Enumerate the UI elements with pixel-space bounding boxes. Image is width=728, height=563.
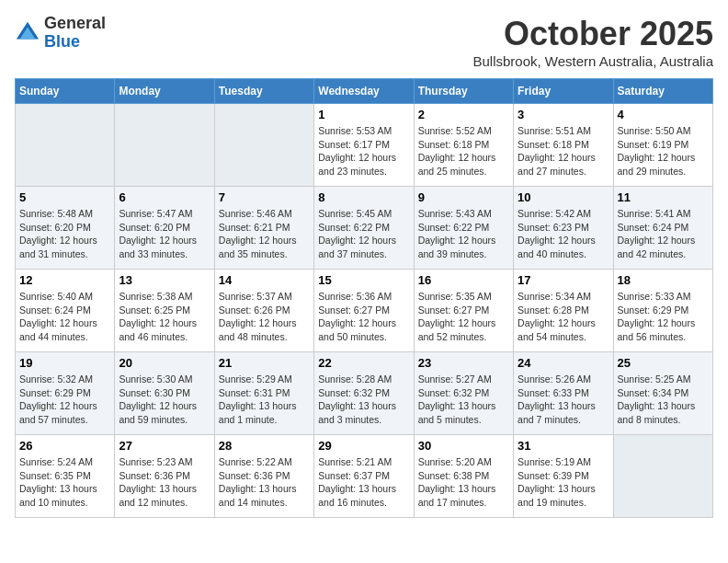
cell-0-0 (16, 104, 115, 187)
day-info: Sunrise: 5:38 AMSunset: 6:25 PMDaylight:… (119, 290, 210, 344)
cell-4-4: 30Sunrise: 5:20 AMSunset: 6:38 PMDayligh… (414, 435, 513, 518)
day-number: 13 (119, 273, 210, 287)
header-wednesday: Wednesday (314, 79, 414, 104)
logo-icon (15, 20, 40, 46)
cell-4-2: 28Sunrise: 5:22 AMSunset: 6:36 PMDayligh… (214, 435, 313, 518)
day-number: 4 (618, 108, 709, 121)
day-info: Sunrise: 5:30 AMSunset: 6:30 PMDaylight:… (119, 373, 210, 427)
cell-1-5: 10Sunrise: 5:42 AMSunset: 6:23 PMDayligh… (514, 187, 613, 270)
cell-0-6: 4Sunrise: 5:50 AMSunset: 6:19 PMDaylight… (613, 104, 712, 187)
cell-2-2: 14Sunrise: 5:37 AMSunset: 6:26 PMDayligh… (214, 270, 313, 352)
cell-3-2: 21Sunrise: 5:29 AMSunset: 6:31 PMDayligh… (214, 352, 313, 435)
header-row: Sunday Monday Tuesday Wednesday Thursday… (16, 79, 713, 104)
cell-2-1: 13Sunrise: 5:38 AMSunset: 6:25 PMDayligh… (115, 270, 214, 352)
header-thursday: Thursday (414, 79, 513, 104)
day-info: Sunrise: 5:26 AMSunset: 6:33 PMDaylight:… (518, 373, 609, 427)
day-number: 5 (19, 190, 110, 204)
day-number: 8 (318, 190, 409, 204)
week-row-2: 12Sunrise: 5:40 AMSunset: 6:24 PMDayligh… (16, 270, 713, 352)
week-row-4: 26Sunrise: 5:24 AMSunset: 6:35 PMDayligh… (16, 435, 713, 518)
day-info: Sunrise: 5:41 AMSunset: 6:24 PMDaylight:… (618, 207, 709, 261)
cell-3-5: 24Sunrise: 5:26 AMSunset: 6:33 PMDayligh… (514, 352, 613, 435)
subtitle: Bullsbrook, Western Australia, Australia (472, 53, 713, 69)
day-number: 9 (418, 190, 509, 204)
day-info: Sunrise: 5:46 AMSunset: 6:21 PMDaylight:… (219, 207, 310, 261)
cell-3-4: 23Sunrise: 5:27 AMSunset: 6:32 PMDayligh… (414, 352, 513, 435)
cell-4-1: 27Sunrise: 5:23 AMSunset: 6:36 PMDayligh… (115, 435, 214, 518)
day-info: Sunrise: 5:20 AMSunset: 6:38 PMDaylight:… (418, 455, 509, 510)
day-info: Sunrise: 5:23 AMSunset: 6:36 PMDaylight:… (119, 455, 210, 510)
day-info: Sunrise: 5:35 AMSunset: 6:27 PMDaylight:… (418, 290, 509, 344)
day-info: Sunrise: 5:29 AMSunset: 6:31 PMDaylight:… (219, 373, 310, 427)
day-number: 21 (219, 356, 310, 370)
day-info: Sunrise: 5:22 AMSunset: 6:36 PMDaylight:… (219, 455, 310, 510)
day-number: 16 (418, 273, 509, 287)
day-info: Sunrise: 5:47 AMSunset: 6:20 PMDaylight:… (119, 207, 210, 261)
day-number: 14 (219, 273, 310, 287)
day-info: Sunrise: 5:33 AMSunset: 6:29 PMDaylight:… (618, 290, 709, 344)
day-number: 24 (518, 356, 609, 370)
day-info: Sunrise: 5:27 AMSunset: 6:32 PMDaylight:… (418, 373, 509, 427)
cell-3-0: 19Sunrise: 5:32 AMSunset: 6:29 PMDayligh… (16, 352, 115, 435)
page-header: General Blue October 2025 Bullsbrook, We… (15, 15, 713, 69)
cell-2-3: 15Sunrise: 5:36 AMSunset: 6:27 PMDayligh… (314, 270, 414, 352)
day-info: Sunrise: 5:48 AMSunset: 6:20 PMDaylight:… (19, 207, 110, 261)
cell-1-4: 9Sunrise: 5:43 AMSunset: 6:22 PMDaylight… (414, 187, 513, 270)
day-number: 23 (418, 356, 509, 370)
cell-3-1: 20Sunrise: 5:30 AMSunset: 6:30 PMDayligh… (115, 352, 214, 435)
cell-0-2 (214, 104, 313, 187)
calendar-body: 1Sunrise: 5:53 AMSunset: 6:17 PMDaylight… (16, 104, 713, 518)
cell-4-6 (613, 435, 712, 518)
day-number: 28 (219, 439, 310, 453)
day-info: Sunrise: 5:40 AMSunset: 6:24 PMDaylight:… (19, 290, 110, 344)
cell-2-0: 12Sunrise: 5:40 AMSunset: 6:24 PMDayligh… (16, 270, 115, 352)
day-number: 22 (318, 356, 409, 370)
day-info: Sunrise: 5:53 AMSunset: 6:17 PMDaylight:… (318, 124, 409, 178)
day-info: Sunrise: 5:50 AMSunset: 6:19 PMDaylight:… (618, 124, 709, 178)
day-number: 19 (19, 356, 110, 370)
cell-4-0: 26Sunrise: 5:24 AMSunset: 6:35 PMDayligh… (16, 435, 115, 518)
cell-4-5: 31Sunrise: 5:19 AMSunset: 6:39 PMDayligh… (514, 435, 613, 518)
day-number: 2 (418, 108, 509, 121)
day-number: 3 (518, 108, 609, 121)
day-info: Sunrise: 5:51 AMSunset: 6:18 PMDaylight:… (518, 124, 609, 178)
calendar-table: Sunday Monday Tuesday Wednesday Thursday… (15, 78, 713, 518)
day-info: Sunrise: 5:36 AMSunset: 6:27 PMDaylight:… (318, 290, 409, 344)
cell-3-6: 25Sunrise: 5:25 AMSunset: 6:34 PMDayligh… (613, 352, 712, 435)
cell-3-3: 22Sunrise: 5:28 AMSunset: 6:32 PMDayligh… (314, 352, 414, 435)
week-row-0: 1Sunrise: 5:53 AMSunset: 6:17 PMDaylight… (16, 104, 713, 187)
header-tuesday: Tuesday (214, 79, 313, 104)
cell-1-0: 5Sunrise: 5:48 AMSunset: 6:20 PMDaylight… (16, 187, 115, 270)
title-block: October 2025 Bullsbrook, Western Austral… (472, 15, 713, 69)
day-number: 29 (318, 439, 409, 453)
day-info: Sunrise: 5:37 AMSunset: 6:26 PMDaylight:… (219, 290, 310, 344)
day-info: Sunrise: 5:25 AMSunset: 6:34 PMDaylight:… (618, 373, 709, 427)
week-row-3: 19Sunrise: 5:32 AMSunset: 6:29 PMDayligh… (16, 352, 713, 435)
day-number: 31 (518, 439, 609, 453)
day-info: Sunrise: 5:32 AMSunset: 6:29 PMDaylight:… (19, 373, 110, 427)
day-info: Sunrise: 5:42 AMSunset: 6:23 PMDaylight:… (518, 207, 609, 261)
main-title: October 2025 (472, 15, 713, 53)
header-saturday: Saturday (613, 79, 712, 104)
cell-0-3: 1Sunrise: 5:53 AMSunset: 6:17 PMDaylight… (314, 104, 414, 187)
day-info: Sunrise: 5:34 AMSunset: 6:28 PMDaylight:… (518, 290, 609, 344)
day-number: 26 (19, 439, 110, 453)
cell-1-2: 7Sunrise: 5:46 AMSunset: 6:21 PMDaylight… (214, 187, 313, 270)
cell-2-4: 16Sunrise: 5:35 AMSunset: 6:27 PMDayligh… (414, 270, 513, 352)
calendar-header: Sunday Monday Tuesday Wednesday Thursday… (16, 79, 713, 104)
cell-1-1: 6Sunrise: 5:47 AMSunset: 6:20 PMDaylight… (115, 187, 214, 270)
cell-0-1 (115, 104, 214, 187)
header-monday: Monday (115, 79, 214, 104)
week-row-1: 5Sunrise: 5:48 AMSunset: 6:20 PMDaylight… (16, 187, 713, 270)
day-number: 12 (19, 273, 110, 287)
day-number: 27 (119, 439, 210, 453)
day-number: 6 (119, 190, 210, 204)
day-number: 30 (418, 439, 509, 453)
logo-blue: Blue (44, 33, 106, 52)
day-number: 18 (618, 273, 709, 287)
cell-0-4: 2Sunrise: 5:52 AMSunset: 6:18 PMDaylight… (414, 104, 513, 187)
day-number: 25 (618, 356, 709, 370)
day-info: Sunrise: 5:21 AMSunset: 6:37 PMDaylight:… (318, 455, 409, 510)
cell-1-3: 8Sunrise: 5:45 AMSunset: 6:22 PMDaylight… (314, 187, 414, 270)
cell-2-5: 17Sunrise: 5:34 AMSunset: 6:28 PMDayligh… (514, 270, 613, 352)
